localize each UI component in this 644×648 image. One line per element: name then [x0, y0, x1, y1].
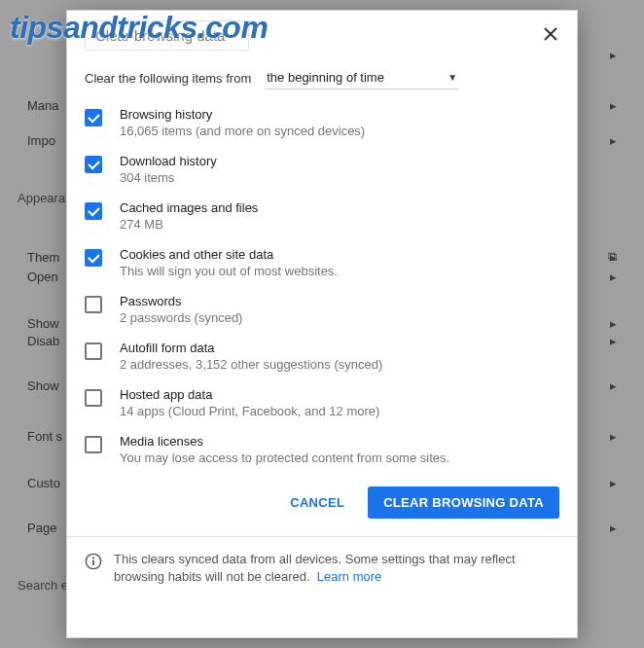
option-description: 14 apps (Cloud Print, Facebook, and 12 m… [120, 404, 379, 418]
option-label: Browsing history [120, 107, 365, 122]
svg-point-1 [92, 557, 94, 558]
option-checkbox[interactable] [85, 109, 102, 126]
option-row: Browsing history16,065 items (and more o… [85, 99, 559, 146]
option-label: Autofill form data [120, 341, 382, 355]
chevron-right-icon: ▸ [610, 316, 617, 331]
svg-rect-2 [92, 560, 94, 565]
option-text: Hosted app data14 apps (Cloud Print, Fac… [120, 387, 379, 418]
option-description: 304 items [120, 170, 217, 185]
option-label: Cached images and files [120, 200, 258, 215]
option-description: 2 addresses, 3,152 other suggestions (sy… [120, 357, 382, 372]
option-checkbox[interactable] [85, 296, 102, 313]
option-label: Download history [120, 154, 217, 168]
chevron-right-icon: ▸ [610, 429, 617, 444]
option-text: Cookies and other site dataThis will sig… [120, 247, 338, 278]
clear-browsing-data-button[interactable]: Clear browsing data [368, 486, 559, 519]
option-row: Media licensesYou may lose access to pro… [85, 426, 559, 473]
prompt-label: Clear the following items from [85, 71, 251, 86]
info-icon [85, 553, 102, 570]
chevron-right-icon: ▸ [610, 476, 617, 490]
dialog-title: Clear browsing data [85, 20, 249, 51]
footer-text: This clears synced data from all devices… [114, 551, 559, 586]
close-button[interactable] [538, 21, 563, 50]
chevron-right-icon: ▸ [610, 98, 617, 113]
option-text: Cached images and files274 MB [120, 200, 258, 232]
option-label: Cookies and other site data [120, 247, 338, 262]
option-label: Media licenses [120, 434, 449, 449]
external-link-icon: ⧉ [608, 249, 617, 265]
time-range-select[interactable]: the beginning of time ▼ [265, 66, 459, 90]
option-label: Passwords [120, 294, 242, 308]
option-text: Passwords2 passwords (synced) [120, 294, 242, 325]
chevron-right-icon: ▸ [610, 48, 617, 62]
option-description: This will sign you out of most websites. [120, 264, 338, 278]
option-description: 274 MB [120, 217, 258, 232]
chevron-right-icon: ▸ [610, 270, 617, 284]
option-checkbox[interactable] [85, 202, 102, 220]
option-checkbox[interactable] [85, 436, 102, 453]
close-icon [544, 27, 557, 41]
bg-row: ⧉ [595, 241, 625, 272]
option-row: Cached images and files274 MB [85, 193, 559, 239]
option-row: Passwords2 passwords (synced) [85, 286, 559, 333]
option-checkbox[interactable] [85, 389, 102, 407]
option-description: 16,065 items (and more on synced devices… [120, 124, 365, 138]
chevron-right-icon: ▸ [610, 378, 617, 393]
option-description: You may lose access to protected content… [120, 450, 449, 465]
options-list: Browsing history16,065 items (and more o… [67, 95, 577, 473]
option-description: 2 passwords (synced) [120, 310, 242, 325]
option-row: Cookies and other site dataThis will sig… [85, 239, 559, 286]
option-text: Download history304 items [120, 154, 217, 185]
option-checkbox[interactable] [85, 249, 102, 267]
bg-section-header: Search e [18, 578, 68, 593]
chevron-right-icon: ▸ [610, 334, 617, 348]
clear-browsing-data-dialog: Clear browsing data Clear the following … [66, 10, 578, 638]
chevron-right-icon: ▸ [610, 521, 617, 535]
learn-more-link[interactable]: Learn more [317, 569, 381, 584]
option-text: Autofill form data2 addresses, 3,152 oth… [120, 341, 382, 372]
cancel-button[interactable]: Cancel [274, 486, 360, 519]
option-text: Media licensesYou may lose access to pro… [120, 434, 449, 465]
option-row: Autofill form data2 addresses, 3,152 oth… [85, 333, 559, 379]
option-row: Download history304 items [85, 146, 559, 193]
option-checkbox[interactable] [85, 342, 102, 360]
chevron-right-icon: ▸ [610, 250, 617, 265]
chevron-right-icon: ▸ [610, 133, 617, 148]
option-row: Hosted app data14 apps (Cloud Print, Fac… [85, 379, 559, 426]
option-label: Hosted app data [120, 387, 379, 402]
time-range-value: the beginning of time [267, 70, 384, 85]
option-text: Browsing history16,065 items (and more o… [120, 107, 365, 138]
option-checkbox[interactable] [85, 156, 102, 173]
bg-section-header: Appearan [18, 191, 72, 205]
dropdown-arrow-icon: ▼ [447, 72, 457, 83]
